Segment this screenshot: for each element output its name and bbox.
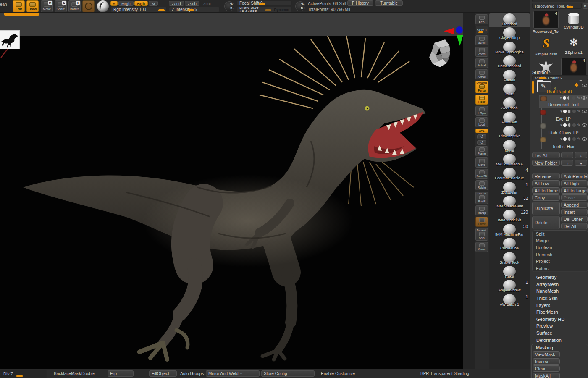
shelf-button-polyf[interactable]: Line FillPolyF — [475, 192, 488, 204]
shelf-button-scroll[interactable]: Scroll — [475, 35, 488, 45]
section-split[interactable]: Split — [533, 231, 588, 237]
section-extract[interactable]: Extract — [533, 265, 588, 272]
shelf-button-bpr[interactable]: BPR — [475, 14, 488, 24]
z-intensity-slider[interactable]: Z Intensity 25 — [169, 7, 220, 12]
turntable-button[interactable]: Turntable — [375, 0, 403, 6]
brush-edit-icon[interactable]: ✎ — [577, 137, 580, 141]
brush-standard[interactable]: Standard — [489, 13, 530, 27]
append-button[interactable]: Append — [561, 202, 588, 208]
clear-button[interactable]: Clear — [533, 365, 560, 372]
shelf-button-frame[interactable]: Frame — [475, 146, 488, 156]
paste-button[interactable]: Paste — [561, 194, 588, 201]
shelf-button-local[interactable]: Local — [475, 117, 488, 127]
expand-arrow-icon[interactable]: ▾ — [560, 96, 562, 100]
subtool-eye-icon[interactable] — [582, 110, 587, 113]
axis-y-cone[interactable] — [457, 35, 463, 46]
rgb-intensity-slider[interactable]: Rgb Intensity 100 — [110, 7, 167, 12]
shelf-button-xyz[interactable]: XYZ — [475, 129, 488, 133]
z-intensity-handle[interactable] — [188, 9, 194, 11]
brush-angledscrew[interactable]: 1AngledScrew — [489, 280, 530, 294]
viewmask-button[interactable]: ViewMask — [533, 351, 560, 357]
section-geometry-hd[interactable]: Geometry HD — [532, 316, 588, 323]
sculpt-mode-zcut[interactable]: Zcut — [200, 1, 214, 6]
color-mode-m[interactable]: M — [149, 1, 158, 6]
brush-formsoft[interactable]: FormSoft — [489, 112, 530, 126]
section-fibermesh[interactable]: FiberMesh — [532, 309, 588, 316]
brush-curvetube[interactable]: CurveTube — [489, 238, 530, 252]
polypaint-toggle-icon[interactable] — [563, 123, 567, 127]
backfacemask-button[interactable]: BackfaceMask — [51, 370, 76, 377]
shelf-slider-spix[interactable]: SPix 3 — [475, 26, 488, 34]
subtool-header[interactable]: Subtool — [532, 70, 548, 75]
move-up-button[interactable]: ↑ — [561, 152, 573, 158]
rgb-intensity-handle[interactable] — [158, 9, 165, 11]
shelf-button-zoom3d[interactable]: Zoom3D — [475, 169, 488, 179]
copy-button[interactable]: Copy — [532, 194, 560, 201]
tool-item-recovered-tool[interactable]: 4Recovered_Tool — [532, 10, 560, 34]
duplicate-button[interactable]: Duplicate — [532, 202, 560, 215]
expand-arrow-icon[interactable]: ▾ — [560, 109, 562, 113]
visible-count-handle[interactable] — [539, 77, 546, 79]
shelf-button-floor[interactable]: Floor — [475, 94, 488, 105]
rename-button[interactable]: Rename — [532, 173, 560, 179]
div-slider[interactable]: Div 7 — [0, 370, 47, 378]
brush-aw-pinch[interactable]: AW Pinch — [489, 97, 530, 111]
polypaint-toggle-icon[interactable] — [563, 110, 567, 113]
div-slider-handle[interactable] — [16, 375, 23, 377]
spix-handle[interactable] — [478, 31, 483, 33]
subtool-item-eye-lp[interactable]: ▾✎Eye_LP — [539, 108, 588, 122]
all-to-home-button[interactable]: All To Home — [532, 187, 560, 194]
brush-fooimm-basicte[interactable]: 4FooIMM_BasicTe — [489, 168, 530, 181]
section-project[interactable]: Project — [533, 258, 588, 265]
brush-snakehook[interactable]: SnakeHook — [489, 252, 530, 266]
color-mode-mrgb[interactable]: Mrgb — [118, 1, 134, 6]
halfvis-toggle-icon[interactable] — [568, 110, 571, 113]
brush-inflat[interactable]: Inflat — [489, 84, 530, 97]
subtool-eye-icon[interactable] — [582, 123, 587, 127]
camera-head-widget[interactable] — [428, 37, 454, 71]
delete-button[interactable]: Delete — [532, 216, 560, 229]
section-arraymesh[interactable]: ArrayMesh — [532, 281, 588, 288]
brush-trimadaptive[interactable]: TrimAdaptive — [489, 126, 530, 139]
r-button[interactable]: R — [583, 3, 588, 9]
fillobject-button[interactable]: FillObject — [149, 370, 177, 377]
tool-item-zsphere1[interactable]: ✻ZSphere1 — [560, 34, 588, 57]
auto-groups-button[interactable]: Auto Groups — [178, 370, 203, 377]
del-other-button[interactable]: Del Other — [561, 216, 588, 222]
subtool-eye-icon[interactable] — [582, 137, 587, 141]
polypaint-toggle-icon[interactable] — [563, 137, 567, 141]
offvis-toggle-icon[interactable] — [572, 96, 575, 100]
expand-arrow-icon[interactable]: ▾ — [560, 123, 562, 127]
tool-item-cylinder3d[interactable]: Cylinder3D — [560, 10, 588, 34]
document-canvas[interactable] — [0, 36, 463, 369]
transform-button-move[interactable]: MMove — [41, 0, 53, 12]
current-material-sphere[interactable] — [97, 0, 109, 12]
transform-button-scale[interactable]: SScale — [55, 0, 67, 12]
move-out-folder-button[interactable]: → — [561, 160, 573, 166]
axis-origin-sphere[interactable] — [456, 26, 463, 34]
brush-edit-icon[interactable]: ✎ — [577, 96, 580, 100]
offvis-toggle-icon[interactable] — [572, 110, 576, 113]
shelf-button-move[interactable]: Move — [475, 158, 488, 168]
halfvis-toggle-icon[interactable] — [567, 96, 571, 100]
subtool-item-recovered-tool[interactable]: ▾✎Recovered_Tool — [539, 94, 588, 108]
brush-edit-icon[interactable]: ✎ — [577, 109, 580, 113]
focal-shift-slider[interactable]: Focal Shift 0 — [236, 0, 292, 6]
subtool-eye-icon[interactable] — [581, 96, 587, 100]
section-nanomesh[interactable]: NanoMesh — [532, 288, 588, 295]
shelf-button-aahalf[interactable]: AAHalf — [475, 69, 488, 79]
masking-header[interactable]: Masking — [533, 345, 587, 351]
offvis-toggle-icon[interactable] — [572, 137, 576, 141]
color-mode-a[interactable]: A — [110, 1, 118, 6]
current-brush-preview[interactable] — [82, 0, 95, 12]
section-geometry[interactable]: Geometry — [532, 274, 588, 281]
move-into-folder-button[interactable]: ↳ — [575, 160, 587, 166]
section-surface[interactable]: Surface — [532, 330, 588, 337]
shelf-button-solo[interactable]: DynamicSolo — [475, 228, 488, 241]
shelf-button-xpose[interactable]: Xpose — [475, 242, 488, 252]
tool-slider-handle[interactable] — [567, 6, 573, 8]
double-button[interactable]: Double — [79, 370, 96, 377]
shelf-button-persp[interactable]: DynamicPersp — [475, 81, 488, 93]
f-history-button[interactable]: F History — [347, 0, 373, 6]
offvis-toggle-icon[interactable] — [572, 123, 576, 127]
